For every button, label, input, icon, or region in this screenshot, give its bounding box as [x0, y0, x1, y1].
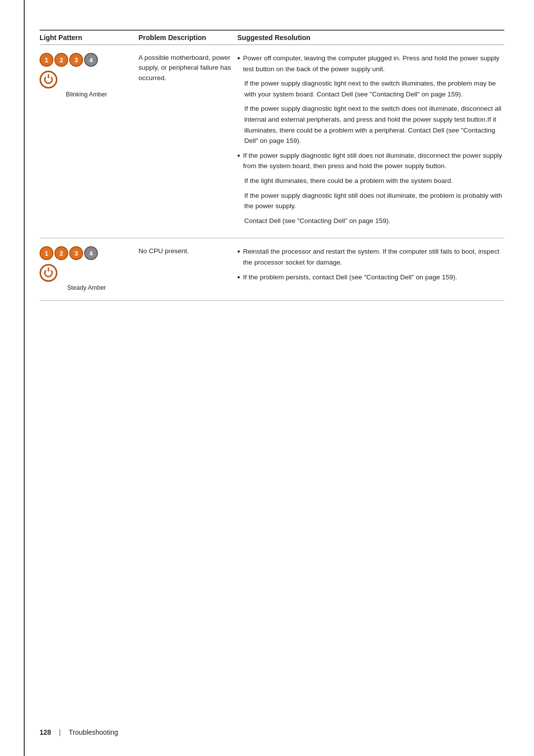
led-indicators-2: 1 2 3 4 [40, 246, 134, 260]
header-problem-description: Problem Description [138, 34, 237, 42]
header-light-pattern: Light Pattern [40, 34, 138, 42]
page-content: Light Pattern Problem Description Sugges… [40, 0, 504, 301]
cell-problem-1: A possible motherboard, power supply, or… [138, 53, 237, 230]
sub-para: If the power supply diagnostic light nex… [237, 103, 504, 146]
resolution-text: Reinstall the processor and restart the … [243, 246, 504, 267]
resolution-item: If the power supply diagnostic light sti… [237, 150, 504, 172]
page-number: 128 [40, 728, 51, 736]
cell-resolution-2: Reinstall the processor and restart the … [237, 246, 504, 292]
resolution-item: If the problem persists, contact Dell (s… [237, 272, 504, 283]
led-4: 4 [84, 53, 98, 67]
resolution-list-2: Reinstall the processor and restart the … [237, 246, 504, 283]
resolution-text: Power off computer, leaving the computer… [243, 53, 504, 74]
resolution-text: If the problem persists, contact Dell (s… [243, 272, 457, 283]
power-button-2 [40, 264, 57, 282]
cell-problem-2: No CPU present. [138, 246, 237, 292]
led-1: 1 [40, 53, 53, 67]
left-margin-bar [24, 0, 25, 756]
sub-para: If the power supply diagnostic light sti… [237, 190, 504, 212]
led-3: 3 [69, 246, 83, 260]
power-state-label-2: Steady Amber [40, 284, 134, 292]
sub-para: If the light illuminates, there could be… [237, 176, 504, 186]
led-indicators-1: 1 2 3 4 [40, 53, 134, 67]
power-icon-2 [44, 268, 53, 277]
power-icon-1 [44, 75, 53, 84]
power-state-label-1: Blinking Amber [40, 90, 134, 98]
resolution-item: Power off computer, leaving the computer… [237, 53, 504, 74]
led-1: 1 [40, 246, 53, 260]
led-2: 2 [54, 246, 68, 260]
footer-separator: | [59, 728, 61, 736]
table-header: Light Pattern Problem Description Sugges… [40, 30, 504, 45]
table-row: 1 2 3 4 Blinking Amber A possible mother… [40, 45, 504, 238]
cell-light-2: 1 2 3 4 Steady Amber [40, 246, 138, 292]
footer-section: Troubleshooting [69, 728, 118, 736]
led-3: 3 [69, 53, 83, 67]
resolution-list-1b: If the power supply diagnostic light sti… [237, 150, 504, 172]
sub-para: If the power supply diagnostic light nex… [237, 78, 504, 99]
table-row: 1 2 3 4 Steady Amber No CPU present. Rei… [40, 238, 504, 300]
page-footer: 128 | Troubleshooting [0, 728, 534, 736]
resolution-list-1: Power off computer, leaving the computer… [237, 53, 504, 74]
header-suggested-resolution: Suggested Resolution [237, 34, 504, 42]
resolution-item: Reinstall the processor and restart the … [237, 246, 504, 267]
led-4: 4 [84, 246, 98, 260]
led-2: 2 [54, 53, 68, 67]
resolution-text: If the power supply diagnostic light sti… [243, 150, 504, 172]
sub-para: Contact Dell (see "Contacting Dell" on p… [237, 216, 504, 226]
cell-light-1: 1 2 3 4 Blinking Amber [40, 53, 138, 230]
cell-resolution-1: Power off computer, leaving the computer… [237, 53, 504, 230]
power-button-1 [40, 71, 57, 89]
